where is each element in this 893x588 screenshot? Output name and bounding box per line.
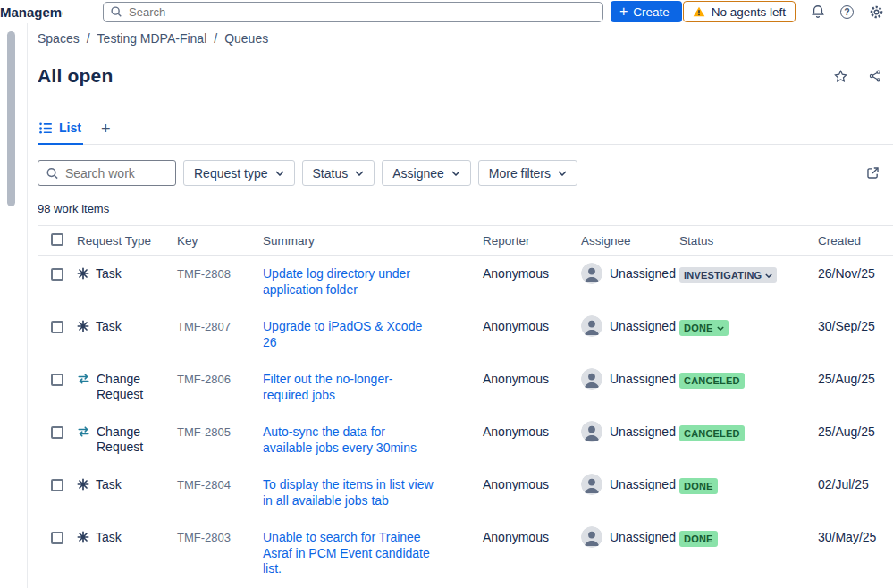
work-item-summary-link[interactable]: Upgrade to iPadOS & Xcode 26	[263, 319, 437, 350]
global-search-input[interactable]	[103, 2, 603, 22]
breadcrumb-queues[interactable]: Queues	[224, 31, 268, 46]
table-row[interactable]: Change Request TMF-2806 Filter out the n…	[38, 361, 893, 414]
assignee-avatar-icon	[581, 474, 602, 495]
no-agents-left-button[interactable]: No agents left	[683, 1, 796, 22]
table-row[interactable]: Task TMF-2804 To display the items in li…	[38, 466, 893, 519]
work-type-label: Task	[96, 530, 122, 545]
chevron-down-icon	[451, 171, 460, 176]
header-status: Status	[679, 234, 818, 248]
row-checkbox[interactable]	[51, 321, 63, 333]
collapsed-sidebar	[0, 23, 28, 588]
work-type-icon	[77, 531, 89, 543]
add-view-button[interactable]: +	[97, 121, 114, 144]
row-checkbox[interactable]	[51, 532, 63, 544]
breadcrumb-project[interactable]: Testing MDPA-Final	[97, 31, 207, 46]
create-button[interactable]: + Create	[611, 1, 682, 22]
reporter-name: Anonymous	[483, 477, 581, 492]
status-badge[interactable]: INVESTIGATING	[679, 267, 777, 283]
work-items-table: Request Type Key Summary Reporter Assign…	[38, 225, 893, 588]
chevron-down-icon	[717, 326, 724, 331]
work-type-label: Task	[96, 266, 122, 281]
work-type-label: Change Request	[97, 424, 164, 455]
main-content: Spaces / Testing MDPA-Final / Queues All…	[28, 23, 893, 588]
reporter-name: Anonymous	[483, 372, 581, 387]
search-icon	[110, 5, 122, 18]
row-checkbox[interactable]	[51, 268, 63, 281]
chevron-down-icon	[765, 273, 772, 278]
breadcrumb-separator: /	[214, 31, 217, 46]
work-type-icon	[77, 320, 89, 332]
row-checkbox[interactable]	[51, 479, 63, 491]
created-date: 26/Nov/25	[818, 266, 893, 281]
view-tabs: List +	[38, 121, 893, 145]
status-label: CANCELED	[684, 428, 740, 439]
list-icon	[39, 122, 53, 134]
chevron-down-icon	[355, 171, 364, 176]
more-filters[interactable]: More filters	[478, 160, 577, 186]
status-badge[interactable]: DONE	[679, 320, 729, 336]
assignee-avatar-icon	[581, 526, 602, 548]
table-row[interactable]: Task TMF-2803 Unable to search for Train…	[38, 519, 893, 588]
assignee-avatar-icon	[581, 421, 602, 442]
work-item-key: TMF-2804	[177, 477, 263, 491]
search-work	[38, 160, 176, 186]
breadcrumb: Spaces / Testing MDPA-Final / Queues	[38, 31, 893, 46]
tab-list-label: List	[59, 121, 81, 135]
status-badge[interactable]: DONE	[679, 478, 718, 494]
work-item-key: TMF-2803	[177, 530, 263, 544]
settings-button[interactable]	[869, 4, 884, 20]
assignee-name: Unassigned	[610, 530, 676, 544]
work-item-summary-link[interactable]: Auto-sync the data for available jobs ev…	[263, 424, 437, 456]
gear-icon	[869, 4, 884, 20]
search-icon	[46, 166, 59, 180]
work-item-summary-link[interactable]: Filter out the no-longer-required jobs	[263, 372, 437, 403]
notifications-button[interactable]	[811, 4, 825, 19]
request-type-filter[interactable]: Request type	[183, 160, 295, 186]
header-reporter: Reporter	[483, 234, 581, 248]
created-date: 30/May/25	[818, 530, 893, 545]
assignee-name: Unassigned	[610, 424, 676, 439]
more-filters-label: More filters	[489, 166, 551, 181]
table-header: Request Type Key Summary Reporter Assign…	[38, 225, 893, 256]
table-row[interactable]: Task TMF-2808 Update log directory under…	[38, 256, 893, 308]
work-type-label: Task	[96, 319, 122, 334]
row-checkbox[interactable]	[51, 426, 63, 439]
table-row[interactable]: Task TMF-2807 Upgrade to iPadOS & Xcode …	[38, 308, 893, 361]
open-in-new-button[interactable]	[864, 164, 882, 182]
work-item-summary-link[interactable]: Unable to search for Trainee Asraf in PC…	[263, 530, 437, 577]
open-in-new-icon	[865, 165, 880, 181]
breadcrumb-separator: /	[87, 31, 90, 46]
question-circle-icon: ?	[840, 5, 854, 19]
work-type-icon	[77, 373, 90, 385]
page-title: All open	[38, 65, 113, 87]
created-date: 25/Aug/25	[818, 424, 893, 440]
assignee-filter[interactable]: Assignee	[382, 160, 471, 186]
request-type-filter-label: Request type	[194, 166, 268, 181]
header-assignee: Assignee	[581, 234, 679, 248]
breadcrumb-spaces[interactable]: Spaces	[38, 31, 80, 46]
select-all-checkbox[interactable]	[51, 233, 63, 246]
chevron-down-icon	[558, 171, 567, 176]
work-type-icon	[77, 267, 89, 280]
tab-list[interactable]: List	[38, 121, 83, 145]
share-button[interactable]	[868, 69, 882, 83]
header-summary: Summary	[263, 234, 483, 248]
work-item-summary-link[interactable]: To display the items in list view in all…	[263, 477, 437, 508]
table-row[interactable]: Change Request TMF-2805 Auto-sync the da…	[38, 414, 893, 466]
share-icon	[868, 69, 882, 83]
status-badge[interactable]: CANCELED	[679, 373, 745, 389]
favorite-button[interactable]	[833, 69, 848, 84]
work-type-label: Change Request	[97, 372, 164, 402]
work-item-key: TMF-2806	[177, 372, 263, 386]
sidebar-scrollbar[interactable]	[7, 31, 15, 206]
help-button[interactable]: ?	[840, 5, 854, 19]
warning-icon	[693, 6, 705, 17]
work-item-key: TMF-2807	[177, 319, 263, 333]
status-badge[interactable]: CANCELED	[679, 425, 745, 441]
status-filter[interactable]: Status	[302, 160, 375, 186]
assignee-name: Unassigned	[610, 477, 676, 491]
status-badge[interactable]: DONE	[679, 531, 718, 547]
work-item-summary-link[interactable]: Update log directory under application f…	[263, 266, 437, 298]
star-icon	[833, 69, 848, 84]
row-checkbox[interactable]	[51, 374, 63, 386]
